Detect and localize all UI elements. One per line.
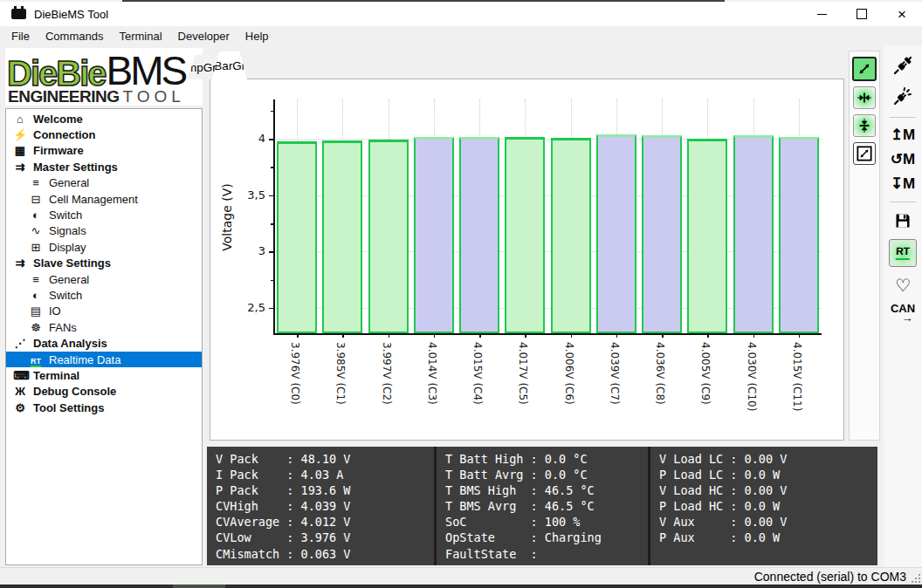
sidebar-item-label: IO	[49, 304, 61, 318]
x-tick-label: 4.015V (C4)	[471, 342, 484, 405]
sidebar-item-connection[interactable]: ⚡Connection	[6, 126, 202, 142]
sidebar-item-display[interactable]: ⊞Display	[6, 239, 202, 255]
sidebar-item-label: Realtime Data	[49, 353, 120, 366]
sidebar-item-switch[interactable]: ◐Switch	[6, 287, 202, 303]
sidebar-item-general[interactable]: ≡General	[6, 175, 202, 191]
x-tick-label: 4.015V (C11)	[791, 342, 803, 411]
telemetry-row: CVLow : 3.976 V	[216, 530, 434, 545]
fit-horizontal-icon	[857, 90, 872, 106]
read-master-button[interactable]: ↥M	[891, 127, 915, 142]
sidebar-item-label: General	[49, 176, 89, 189]
sidebar-item-master-settings[interactable]: ⇉Master Settings	[6, 159, 202, 174]
sidebar-item-data-analysis[interactable]: ⋰Data Analysis	[6, 335, 202, 351]
menu-item-terminal[interactable]: Terminal	[111, 28, 169, 44]
sidebar-item-debug-console[interactable]: ЖDebug Console	[6, 384, 202, 400]
sidebar-item-slave-settings[interactable]: ⇉Slave Settings	[6, 256, 202, 271]
menu-item-commands[interactable]: Commands	[38, 28, 111, 44]
telemetry-row: CVHigh : 4.039 V	[216, 498, 434, 514]
home-icon: ⌂	[13, 113, 27, 126]
menu-item-help[interactable]: Help	[237, 28, 277, 44]
resize-grip[interactable]	[912, 574, 920, 583]
sidebar-item-label: Cell Management	[49, 193, 138, 206]
x-tick-label: 3.985V (C1)	[334, 342, 347, 405]
status-bar: Connected (serial) to COM3	[0, 567, 922, 585]
save-button[interactable]	[894, 212, 912, 229]
x-tick-label: 3.976V (C0)	[289, 342, 301, 405]
close-button[interactable]: ×	[882, 2, 922, 26]
disconnect-button[interactable]	[892, 85, 913, 106]
y-tick-label: 2,5	[225, 301, 265, 314]
cell-bar-balancing	[779, 137, 819, 333]
x-tick-label: 4.030V (C10)	[746, 342, 758, 411]
x-tick-label: 4.005V (C9)	[699, 342, 712, 405]
favorite-button[interactable]: ♡	[895, 277, 911, 294]
sidebar-item-tool-settings[interactable]: ⚙Tool Settings	[6, 400, 202, 415]
sidebar-item-welcome[interactable]: ⌂Welcome	[6, 111, 202, 126]
y-tick-label: 3	[225, 244, 265, 257]
sidebar-item-terminal[interactable]: ⌨Terminal	[6, 367, 202, 383]
telemetry-row: V Load HC : 0.00 V	[659, 482, 877, 498]
telemetry-panel-1: V Pack : 48.10 VI Pack : 4.03 AP Pack : …	[207, 447, 434, 565]
sidebar-item-label: Master Settings	[33, 161, 118, 174]
sidebar-item-label: Welcome	[33, 113, 83, 126]
connect-button[interactable]	[892, 55, 913, 76]
telemetry-row: T BMS High : 46.5 °C	[445, 482, 648, 498]
connection-status: Connected (serial) to COM3	[754, 570, 906, 584]
can-arrow-icon: →	[901, 314, 912, 322]
bug-icon: Ж	[13, 385, 27, 398]
gear-icon: ⚙	[13, 401, 27, 414]
cell-bar-graph-pane: Voltage (V) 43,532,53.976V (C0)3.985V (C…	[210, 79, 844, 441]
manual-zoom-button[interactable]	[853, 142, 876, 165]
telemetry-row: CMismatch : 0.063 V	[216, 546, 434, 562]
sidebar-item-label: Firmware	[33, 144, 84, 157]
plug-icon: ⚡	[13, 128, 27, 141]
menu-item-developer[interactable]: Developer	[170, 28, 237, 44]
toggle-icon: ◐	[29, 209, 43, 222]
flow-icon: ⇉	[13, 161, 27, 174]
arrow-undo-m-icon: ↺M	[891, 152, 915, 167]
autoscale-both-button[interactable]	[852, 57, 877, 81]
x-tick-label: 3.997V (C2)	[381, 342, 393, 405]
sidebar-item-label: Tool Settings	[33, 401, 104, 414]
y-tick-label: 3,5	[225, 188, 265, 202]
sidebar-item-label: Display	[49, 241, 86, 254]
x-tick-label: 4.036V (C8)	[654, 342, 666, 405]
default-master-button[interactable]: ↺M	[891, 152, 915, 167]
fit-vertical-button[interactable]	[853, 114, 876, 137]
toolbar-separator	[890, 202, 916, 202]
sidebar-item-io[interactable]: ▤IO	[6, 304, 202, 319]
y-axis-line	[273, 99, 275, 333]
telemetry-row: T Batt High : 0.0 °C	[445, 451, 648, 467]
sidebar-item-label: Data Analysis	[33, 337, 107, 350]
maximize-button[interactable]	[842, 2, 882, 26]
sidebar-item-firmware[interactable]: ▦Firmware	[6, 143, 202, 159]
sidebar-item-fans[interactable]: ☸FANs	[6, 319, 202, 335]
sidebar-item-label: FANs	[49, 321, 77, 334]
logo-bms-text: BMS	[107, 53, 186, 89]
minimize-button[interactable]	[802, 2, 842, 26]
fit-horizontal-button[interactable]	[853, 86, 876, 109]
can-button[interactable]: CAN→	[891, 304, 915, 322]
logo-diebie-text: DieBie	[7, 58, 106, 89]
telemetry-row: P Aux : 0.0 W	[659, 530, 877, 545]
telemetry-row: P Pack : 193.6 W	[216, 482, 434, 498]
title-bar: DieBieMS Tool ×	[0, 2, 922, 26]
toolbar-separator	[890, 117, 916, 118]
menu-item-file[interactable]: File	[3, 28, 38, 44]
sidebar-item-general[interactable]: ≡General	[6, 271, 202, 287]
chart-icon: ⋰	[13, 337, 27, 350]
sidebar-item-cell-management[interactable]: ⊟Cell Management	[6, 191, 202, 207]
realtime-data-button[interactable]: RT	[889, 239, 917, 267]
telemetry-row: T BMS Avrg : 46.5 °C	[445, 498, 648, 514]
sidebar-item-realtime-data[interactable]: RTRealtime Data	[6, 352, 202, 367]
plug-connect-icon	[892, 55, 913, 76]
cell-bar	[551, 138, 591, 333]
flow-icon: ⇉	[13, 256, 27, 270]
sidebar-item-signals[interactable]: ∿Signals	[6, 223, 202, 239]
plot-tools-panel	[849, 51, 880, 441]
signals-icon: ∿	[29, 224, 43, 237]
write-master-button[interactable]: ↧M	[891, 176, 915, 191]
telemetry-row: OpState : Charging	[445, 530, 648, 545]
sidebar-item-switch[interactable]: ◐Switch	[6, 207, 202, 222]
cell-bar-balancing	[642, 135, 682, 333]
